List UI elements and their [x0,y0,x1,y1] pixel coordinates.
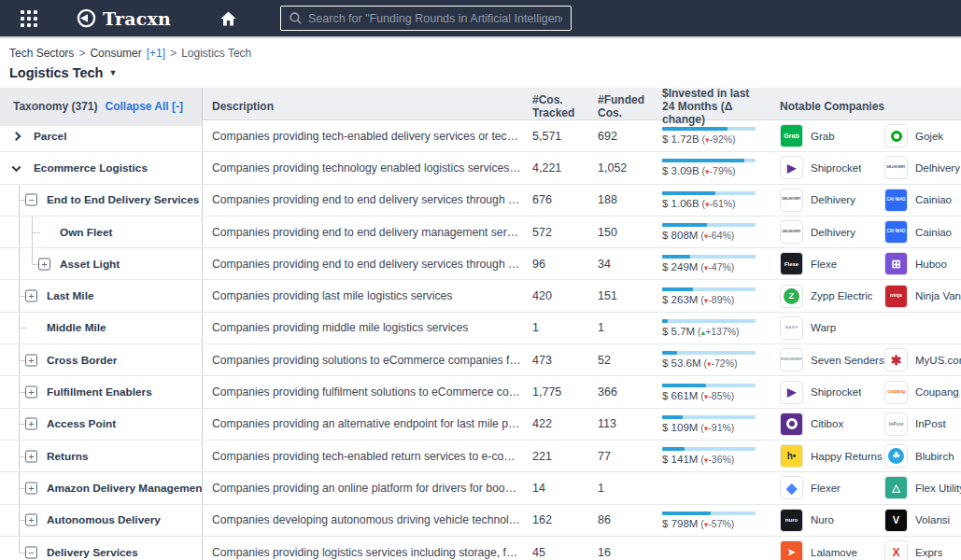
company-chip[interactable]: ▶Shiprocket [780,156,884,179]
company-chip[interactable]: △Flex Utility [884,476,961,499]
invested-amount-text: $ 1.72B [662,133,700,145]
taxonomy-label[interactable]: Amazon Delivery Management [47,482,203,495]
collapse-all-link[interactable]: Collapse All [-] [105,101,183,114]
chevron-right-icon[interactable] [12,132,21,141]
company-chip[interactable]: Gojek [884,124,961,147]
delta-down-icon: ▾ [704,296,709,305]
taxonomy-label[interactable]: Ecommerce Logistics [34,161,148,175]
table-row[interactable]: ParcelCompanies providing tech-enabled d… [0,120,961,152]
title-dropdown-icon[interactable]: ▼ [108,68,117,77]
company-chip[interactable]: nuroNuro [780,509,884,532]
breadcrumb-consumer[interactable]: Consumer [90,47,141,60]
taxonomy-label[interactable]: Autonomous Delivery [47,513,161,526]
taxonomy-label[interactable]: Access Point [47,417,116,430]
expand-node-icon[interactable]: + [25,354,37,366]
company-chip[interactable]: ☘Blubirch [884,444,961,468]
expand-node-icon[interactable]: + [25,482,37,494]
company-chip[interactable]: coupangCoupang [884,381,961,404]
company-chip[interactable]: InPostInPost [884,413,961,436]
collapse-node-icon[interactable]: − [25,194,37,206]
taxonomy-label[interactable]: Cross Border [47,354,117,367]
company-chip[interactable]: ⊞Huboo [884,252,961,275]
company-logo-mark: X [892,547,899,558]
taxonomy-label[interactable]: End to End Delivery Services [47,193,199,206]
company-chip[interactable]: W.A.R.PWarp [780,316,884,340]
company-logo-mark: nuro [785,517,798,523]
taxonomy-label[interactable]: Returns [47,450,89,463]
company-chip[interactable]: VVolansi [884,509,961,532]
table-row[interactable]: Middle MileCompanies providing middle mi… [0,313,961,344]
notable-companies-cell: ◆Flexer△Flex Utility [763,472,961,503]
table-row[interactable]: Ecommerce LogisticsCompanies providing t… [0,152,961,184]
tracxn-logo[interactable]: Tracxn [77,8,171,29]
company-logo-mark: ▶ [787,386,796,398]
company-chip[interactable]: CAI NIAOCainiao [884,220,961,244]
breadcrumb-plus-one-badge[interactable]: [+1] [147,47,165,60]
company-chip[interactable]: GrabGrab [780,124,884,147]
invested-delta: (▾-61%) [700,198,736,209]
company-chip[interactable]: DELHIVERYDelhivery [780,220,884,244]
company-logo: V [884,509,908,532]
expand-node-icon[interactable]: + [25,290,37,302]
expand-node-icon[interactable]: + [25,514,37,526]
taxonomy-label[interactable]: Own Fleet [60,226,112,239]
table-row[interactable]: +ReturnsCompanies providing tech-enabled… [0,441,961,472]
expand-node-icon[interactable]: + [25,418,37,430]
description-cell: Companies providing an online platform f… [203,472,529,503]
table-row[interactable]: +Fulfillment EnablersCompanies providing… [0,376,961,408]
company-chip[interactable]: XExprs [884,540,961,560]
table-row[interactable]: Own FleetCompanies providing end to end … [0,217,961,248]
company-chip[interactable]: Citibox [780,413,884,436]
breadcrumb-tech-sectors[interactable]: Tech Sectors [9,47,74,60]
description-text: Companies providing an online platform f… [212,482,521,495]
company-chip[interactable]: FlexeFlexe [780,252,884,275]
app-grid-icon[interactable] [21,10,37,27]
company-chip[interactable]: h•Happy Returns [780,444,884,468]
table-row[interactable]: +Amazon Delivery ManagementCompanies pro… [0,472,961,504]
invested-cell: $ 798M (▾-57%) [657,505,763,536]
company-chip[interactable]: SEVEN SENDERSSeven Senders [780,348,884,371]
search-input[interactable] [308,12,562,25]
table-row[interactable]: +Last MileCompanies providing last mile … [0,280,961,312]
company-logo-mark: ➤ [787,548,795,557]
company-chip[interactable]: ✱MyUS.com [884,348,961,371]
taxonomy-label[interactable]: Delivery Services [47,546,138,559]
invested-bar [662,223,756,227]
taxonomy-label[interactable]: Middle Mile [47,321,106,334]
company-chip[interactable]: DELHIVERYDelhivery [884,156,961,179]
table-row[interactable]: +Cross BorderCompanies providing solutio… [0,344,961,376]
expand-node-icon[interactable]: + [25,386,37,399]
taxonomy-label[interactable]: Fulfillment Enablers [47,385,152,399]
company-chip[interactable]: DELHIVERYDelhivery [780,189,884,212]
table-row[interactable]: −Delivery ServicesCompanies providing lo… [0,537,961,560]
description-cell: Companies providing logistics services i… [203,537,529,560]
company-name: Shiprocket [811,386,861,398]
delta-down-icon: ▾ [705,167,710,176]
company-chip[interactable]: ZZypp Electric [780,285,884,308]
table-row[interactable]: +Asset LightCompanies providing end to e… [0,248,961,280]
company-logo-mark: DELHIVERY [783,231,801,234]
company-chip[interactable]: CAI NIAOCainiao [884,189,961,212]
company-chip[interactable]: ➤Lalamove [780,540,884,560]
description-text: Companies providing solutions to eCommer… [212,354,521,367]
expand-node-icon[interactable]: + [25,450,37,462]
taxonomy-label[interactable]: Parcel [34,130,66,143]
company-chip[interactable]: ninjaNinja Van [884,285,961,308]
company-chip[interactable]: ◆Flexer [780,476,884,499]
delta-down-icon: ▾ [705,135,710,145]
taxonomy-label[interactable]: Last Mile [47,289,93,302]
chevron-down-icon[interactable] [12,162,21,172]
company-chip[interactable]: ▶Shiprocket [780,381,884,404]
invested-amount-text: $ 798M [662,518,698,529]
invested-bar [662,447,756,451]
funded-cos-value: 692 [594,120,657,151]
cos-tracked-value: 14 [529,472,594,503]
home-icon[interactable] [219,10,237,27]
table-row[interactable]: +Autonomous DeliveryCompanies developing… [0,505,961,537]
collapse-node-icon[interactable]: − [25,546,37,558]
taxonomy-label[interactable]: Asset Light [60,258,120,271]
table-row[interactable]: −End to End Delivery ServicesCompanies p… [0,185,961,217]
cos-tracked-value: 162 [529,505,594,536]
expand-node-icon[interactable]: + [38,258,50,270]
table-row[interactable]: +Access PointCompanies providing an alte… [0,409,961,441]
